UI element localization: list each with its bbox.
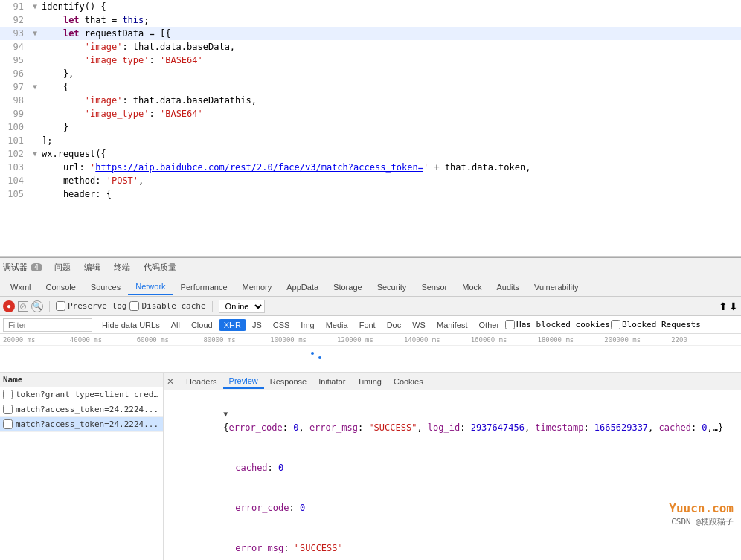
expand-arrow[interactable]: ▼: [223, 410, 232, 418]
line-arrow[interactable]: ▼: [30, 0, 40, 13]
line-content: 'image_type': 'BASE64': [40, 107, 741, 120]
code-line-93: 93▼ let requestData = [{: [0, 27, 741, 40]
code-line-94: 94 'image': that.data.baseData,: [0, 40, 741, 54]
devtools-top-tab-终端[interactable]: 终端: [108, 259, 136, 276]
line-arrow[interactable]: ▼: [30, 27, 40, 40]
line-arrow[interactable]: ▼: [30, 147, 40, 161]
line-content: 'image': that.data.baseDatathis,: [40, 94, 741, 107]
line-content: wx.request({: [40, 147, 741, 161]
filter-type-js[interactable]: JS: [247, 319, 267, 331]
json-summary-line: ▼ {error_code: 0, error_msg: "SUCCESS", …: [170, 393, 735, 448]
devtools-top-tab-代码质量[interactable]: 代码质量: [138, 259, 182, 276]
timeline-tick: 20000 ms: [3, 336, 70, 344]
requests-header: Name: [0, 373, 163, 387]
response-tab-headers[interactable]: Headers: [180, 375, 223, 388]
watermark: Yuucn.com: [669, 501, 734, 515]
upload-icon[interactable]: ⬆: [719, 300, 728, 312]
filter-checkbox-blocked-requests[interactable]: Blocked Requests: [611, 320, 701, 329]
code-line-95: 95 'image_type': 'BASE64': [0, 54, 741, 67]
json-cached-line: cached: 0: [170, 448, 735, 488]
timeline-tick: 160000 ms: [471, 336, 538, 344]
line-content: header: {: [40, 187, 741, 201]
main-tab-security[interactable]: Security: [370, 280, 414, 295]
timeline-tick: 140000 ms: [404, 336, 471, 344]
line-number: 97: [0, 80, 30, 94]
code-line-104: 104 method: 'POST',: [0, 174, 741, 187]
filter-bar: Hide data URLsAllCloudXHRJSCSSImgMediaFo…: [0, 316, 741, 334]
line-arrow[interactable]: ▼: [30, 80, 40, 94]
record-button[interactable]: ●: [3, 300, 15, 312]
response-tab-preview[interactable]: Preview: [223, 374, 264, 389]
main-tab-appdata[interactable]: AppData: [279, 280, 326, 295]
filter-type-other[interactable]: Other: [474, 319, 505, 331]
filter-type-css[interactable]: CSS: [268, 319, 295, 331]
filter-checkbox-has-blocked-cookies[interactable]: Has blocked cookies: [505, 320, 610, 329]
line-number: 96: [0, 67, 30, 80]
filter-type-font[interactable]: Font: [354, 319, 381, 331]
response-tab-cookies[interactable]: Cookies: [388, 375, 429, 388]
code-line-97: 97▼ {: [0, 80, 741, 94]
main-tab-sources[interactable]: Sources: [83, 280, 128, 295]
requests-panel: Name token?grant_type=client_cred...matc…: [0, 373, 164, 560]
search-button[interactable]: 🔍: [31, 300, 43, 312]
line-number: 103: [0, 161, 30, 174]
main-tab-sensor[interactable]: Sensor: [414, 280, 455, 295]
response-tab-timing[interactable]: Timing: [351, 375, 388, 388]
close-panel-button[interactable]: ✕: [167, 376, 174, 387]
main-tab-performance[interactable]: Performance: [173, 280, 235, 295]
timeline-bars: [0, 346, 741, 372]
timeline-tick: 200000 ms: [604, 336, 671, 344]
timeline-dot-1: [311, 352, 314, 355]
response-tab-response[interactable]: Response: [264, 375, 313, 388]
line-content: },: [40, 67, 741, 80]
filter-type-media[interactable]: Media: [321, 319, 353, 331]
request-name: token?grant_type=client_cred...: [16, 390, 160, 399]
filter-type-ws[interactable]: WS: [407, 319, 431, 331]
main-tab-console[interactable]: Console: [39, 280, 83, 295]
devtools-top-tab-问题[interactable]: 问题: [48, 259, 77, 276]
code-line-103: 103 url: 'https://aip.baidubce.com/rest/…: [0, 161, 741, 174]
main-tab-network[interactable]: Network: [128, 279, 173, 295]
main-tab-wxml[interactable]: Wxml: [3, 280, 39, 295]
code-line-102: 102▼wx.request({: [0, 147, 741, 161]
filter-type-doc[interactable]: Doc: [382, 319, 407, 331]
disable-cache-checkbox[interactable]: Disable cache: [129, 301, 205, 311]
filter-type-img[interactable]: Img: [295, 319, 319, 331]
response-content[interactable]: ▼ {error_code: 0, error_msg: "SUCCESS", …: [164, 390, 741, 560]
json-error-msg-line: error_msg: "SUCCESS": [170, 528, 735, 560]
watermark-sub: CSDN @梗跤猫子: [671, 516, 734, 527]
main-tab-audits[interactable]: Audits: [490, 280, 527, 295]
filter-type-hide data urls[interactable]: Hide data URLs: [97, 319, 165, 331]
code-editor: 91▼identify() {92 let that = this;93▼ le…: [0, 0, 741, 257]
preserve-log-checkbox[interactable]: Preserve log: [56, 301, 126, 311]
download-icon[interactable]: ⬇: [729, 300, 738, 312]
code-line-100: 100 }: [0, 120, 741, 134]
clear-button[interactable]: ⊘: [18, 301, 28, 312]
filter-type-cloud[interactable]: Cloud: [186, 319, 218, 331]
code-line-101: 101];: [0, 134, 741, 147]
line-content: let that = this;: [40, 13, 741, 27]
line-number: 94: [0, 40, 30, 54]
timeline-tick: 180000 ms: [538, 336, 605, 344]
request-item-1[interactable]: match?access_token=24.2224...: [0, 402, 163, 417]
main-tab-mock[interactable]: Mock: [455, 280, 489, 295]
line-number: 100: [0, 120, 30, 134]
response-tab-initiator[interactable]: Initiator: [312, 375, 351, 388]
filter-type-all[interactable]: All: [166, 319, 185, 331]
request-item-2[interactable]: match?access_token=24.2224...: [0, 417, 163, 432]
online-select[interactable]: Online: [219, 300, 265, 313]
filter-input[interactable]: [3, 318, 92, 332]
line-content: 'image_type': 'BASE64': [40, 54, 741, 67]
request-item-0[interactable]: token?grant_type=client_cred...: [0, 387, 163, 402]
line-content: {: [40, 80, 741, 94]
response-panel: ✕ HeadersPreviewResponseInitiatorTimingC…: [164, 373, 741, 560]
devtools-top-bar: 调试器 4 问题编辑终端代码质量: [0, 258, 741, 277]
line-number: 93: [0, 27, 30, 40]
filter-type-manifest[interactable]: Manifest: [432, 319, 473, 331]
main-tab-memory[interactable]: Memory: [235, 280, 280, 295]
line-content: 'image': that.data.baseData,: [40, 40, 741, 54]
main-tab-storage[interactable]: Storage: [326, 280, 370, 295]
filter-type-xhr[interactable]: XHR: [219, 319, 246, 331]
devtools-top-tab-编辑[interactable]: 编辑: [78, 259, 106, 276]
main-tab-vulnerability[interactable]: Vulnerability: [527, 280, 586, 295]
